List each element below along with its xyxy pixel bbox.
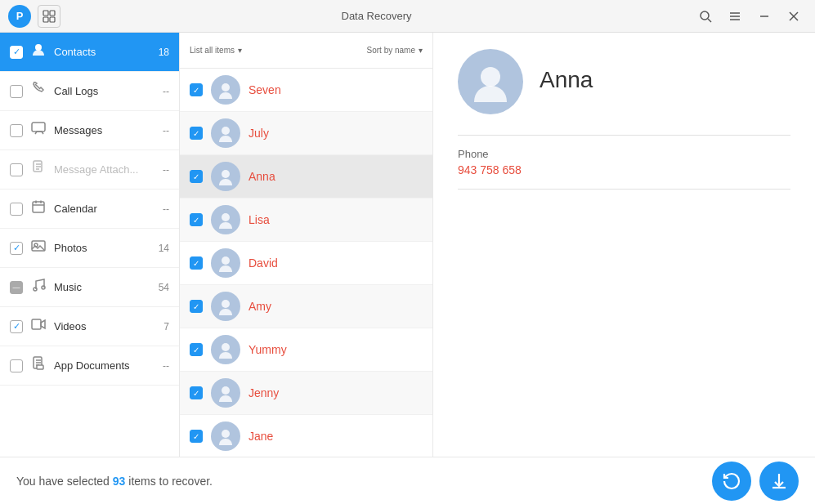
list-item[interactable]: Anna [180, 155, 432, 198]
item-avatar-jenny [211, 378, 240, 408]
sidebar-item-contacts[interactable]: Contacts 18 [0, 33, 179, 72]
sidebar-item-call-logs[interactable]: Call Logs -- [0, 72, 179, 111]
sidebar-item-messages[interactable]: Messages -- [0, 111, 179, 150]
list-item[interactable]: Jenny [180, 372, 432, 415]
detail-panel: Anna Phone 943 758 658 [433, 33, 815, 457]
list-item[interactable]: David [180, 242, 432, 285]
footer-buttons [712, 462, 799, 501]
sidebar-checkbox-photos[interactable] [10, 242, 23, 255]
list-item[interactable]: July [180, 112, 432, 155]
item-checkbox-jenny[interactable] [190, 386, 203, 399]
footer-selected-count: 93 [113, 475, 126, 488]
contacts-list: Seven July Anna [180, 69, 432, 457]
message-attach-icon [31, 160, 46, 179]
sidebar-count-contacts: 18 [159, 47, 169, 58]
sidebar-item-music[interactable]: Music 54 [0, 268, 179, 307]
app-title: Data Recovery [342, 10, 412, 22]
svg-rect-2 [43, 17, 48, 22]
svg-point-28 [222, 170, 230, 178]
footer-status-text: You have selected 93 items to recover. [16, 475, 213, 488]
svg-point-4 [701, 11, 709, 20]
item-checkbox-seven[interactable] [190, 83, 203, 96]
svg-line-5 [708, 19, 711, 22]
titlebar-left: P [8, 5, 60, 28]
app-logo: P [8, 5, 31, 28]
sidebar-item-photos[interactable]: Photos 14 [0, 229, 179, 268]
call-logs-icon [31, 82, 46, 100]
sidebar-item-message-attach[interactable]: Message Attach... -- [0, 150, 179, 190]
sidebar-label-music: Music [54, 281, 150, 293]
item-name-anna: Anna [249, 170, 275, 183]
sidebar-label-app-documents: App Documents [54, 359, 154, 372]
detail-name: Anna [540, 67, 593, 93]
app-documents-icon [31, 356, 46, 375]
list-all-items-arrow: ▾ [238, 46, 242, 55]
menu-button[interactable] [722, 3, 748, 29]
item-avatar-july [211, 118, 240, 148]
sidebar-count-message-attach: -- [163, 164, 169, 176]
list-all-items-label: List all items [190, 46, 235, 55]
sidebar-count-music: 54 [159, 282, 169, 293]
item-checkbox-july[interactable] [190, 127, 203, 140]
item-checkbox-david[interactable] [190, 256, 203, 270]
list-toolbar: List all items ▾ Sort by name ▾ [180, 33, 432, 69]
search-button[interactable] [692, 3, 719, 29]
svg-rect-15 [33, 202, 44, 212]
sidebar-checkbox-app-documents[interactable] [10, 359, 23, 372]
close-button[interactable] [781, 3, 807, 29]
svg-rect-0 [43, 11, 48, 16]
sidebar-checkbox-calendar[interactable] [10, 203, 23, 216]
sidebar-checkbox-videos[interactable] [10, 320, 23, 333]
item-checkbox-yummy[interactable] [190, 343, 203, 356]
item-avatar-yummy [211, 335, 240, 364]
sidebar-checkbox-messages[interactable] [10, 124, 23, 137]
videos-icon [31, 317, 46, 336]
sidebar-count-photos: 14 [159, 243, 169, 254]
list-item[interactable]: Jane [180, 415, 432, 457]
restore-button[interactable] [712, 462, 751, 501]
minimize-button[interactable] [751, 3, 777, 29]
item-name-amy: Amy [249, 300, 271, 313]
sidebar-checkbox-contacts[interactable] [10, 46, 23, 59]
list-item[interactable]: Seven [180, 69, 432, 112]
sidebar-label-messages: Messages [54, 124, 154, 136]
item-avatar-lisa [211, 205, 240, 234]
titlebar-icon2[interactable] [38, 5, 60, 28]
item-checkbox-jane[interactable] [190, 430, 203, 443]
main-content: Contacts 18 Call Logs -- Messages -- [0, 33, 815, 457]
list-all-items-dropdown[interactable]: List all items ▾ [190, 46, 242, 55]
sidebar-checkbox-music[interactable] [10, 281, 23, 294]
svg-rect-13 [32, 123, 45, 132]
sidebar-checkbox-call-logs[interactable] [10, 85, 23, 98]
item-name-david: David [249, 256, 278, 270]
sidebar-label-call-logs: Call Logs [54, 85, 154, 97]
detail-avatar [458, 49, 523, 114]
sidebar-item-calendar[interactable]: Calendar -- [0, 190, 179, 229]
item-name-july: July [249, 127, 269, 140]
item-checkbox-lisa[interactable] [190, 213, 203, 226]
sidebar-item-app-documents[interactable]: App Documents -- [0, 346, 179, 386]
sidebar-checkbox-message-attach[interactable] [10, 163, 23, 176]
item-avatar-seven [211, 75, 240, 105]
list-item[interactable]: Amy [180, 285, 432, 328]
item-checkbox-anna[interactable] [190, 170, 203, 183]
calendar-icon [31, 199, 46, 218]
sidebar-count-calendar: -- [163, 203, 169, 215]
download-button[interactable] [759, 462, 799, 501]
list-item[interactable]: Yummy [180, 328, 432, 372]
svg-rect-23 [32, 319, 41, 329]
list-item[interactable]: Lisa [180, 198, 432, 242]
sidebar-label-photos: Photos [54, 242, 150, 254]
svg-rect-1 [50, 11, 55, 16]
sort-by-name-dropdown[interactable]: Sort by name ▾ [367, 46, 423, 55]
sidebar-item-videos[interactable]: Videos 7 [0, 307, 179, 346]
svg-point-31 [222, 300, 230, 308]
item-avatar-jane [211, 421, 240, 451]
sidebar-label-message-attach: Message Attach... [54, 163, 154, 176]
item-checkbox-amy[interactable] [190, 300, 203, 313]
sidebar: Contacts 18 Call Logs -- Messages -- [0, 33, 180, 457]
titlebar: P Data Recovery [0, 0, 815, 33]
item-name-jane: Jane [249, 430, 273, 443]
sidebar-label-calendar: Calendar [54, 203, 154, 215]
content-area: List all items ▾ Sort by name ▾ Seven [180, 33, 815, 457]
